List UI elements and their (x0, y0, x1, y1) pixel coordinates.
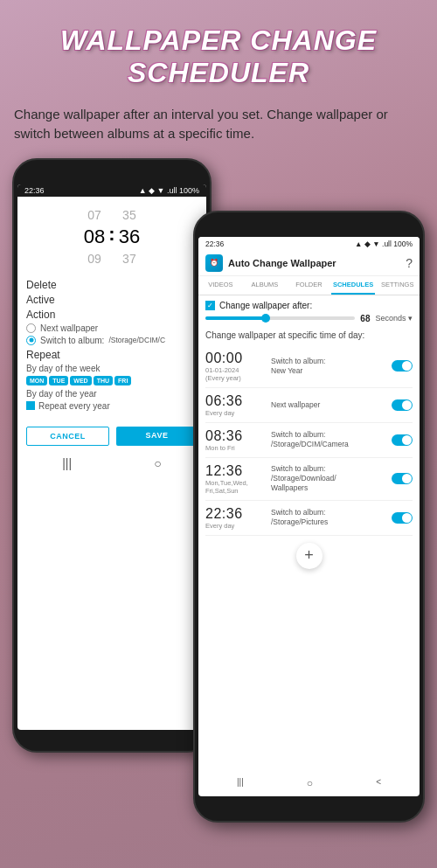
action-label: Action (26, 309, 198, 321)
cancel-button[interactable]: CANCEL (26, 427, 109, 446)
sched-date-1: 01-01-2024 (205, 366, 267, 374)
switch-album-row[interactable]: Switch to album: /Storage/DCIM/C (26, 336, 198, 345)
sched-time-1: 00:00 (205, 351, 267, 366)
sched-action-2: Next wallpaper (267, 400, 392, 410)
sched-time-2: 06:36 (205, 393, 267, 409)
slider-thumb[interactable] (261, 314, 270, 323)
hour-active: 08 (84, 225, 105, 249)
nav-home-left[interactable]: ○ (154, 456, 161, 470)
slider-unit: Seconds ▾ (375, 314, 413, 323)
nav-back-left[interactable]: ||| (62, 456, 72, 470)
album-path: /Storage/DCIM/C (108, 336, 165, 344)
time-separator: : (105, 223, 118, 246)
day-tue[interactable]: TUE (49, 376, 68, 385)
sched-action-5: Switch to album:/Storage/Pictures (267, 508, 392, 527)
sched-time-col-2: 06:36 Every day (205, 393, 267, 417)
min-col: 35 36 37 (119, 207, 140, 267)
phones-container: 22:36 ▲ ◆ ▼ .ull 100% 07 08 09 : 35 36 3… (0, 158, 437, 814)
tab-settings[interactable]: SETTINGS (375, 276, 420, 295)
min-prev: 35 (122, 207, 136, 223)
schedule-toggle-3[interactable] (392, 434, 413, 446)
day-mon[interactable]: MON (26, 376, 47, 385)
left-status-icons: ▲ ◆ ▼ .ull 100% (139, 186, 199, 195)
nav-home-right[interactable]: ○ (307, 777, 313, 789)
delete-label: Delete (26, 279, 198, 291)
min-next: 37 (122, 251, 136, 267)
right-content: ✓ Change wallpaper after: 68 Seconds ▾ C… (198, 295, 420, 781)
change-after-row: ✓ Change wallpaper after: (205, 301, 413, 310)
next-wallpaper-radio[interactable] (26, 323, 36, 333)
time-picker[interactable]: 07 08 09 : 35 36 37 (17, 197, 206, 274)
sched-action-3: Switch to album:/Storage/DCIM/Camera (267, 430, 392, 449)
nav-menu-right[interactable]: ||| (237, 777, 244, 789)
app-name: Auto Change Wallpaper (228, 258, 406, 268)
app-title: WALLPAPER CHANGE SCHEDULER (17, 24, 420, 89)
schedule-toggle-1[interactable] (392, 360, 413, 372)
slider-fill (205, 316, 266, 320)
sched-action-4: Switch to album:/Storage/Download/Wallpa… (267, 464, 392, 493)
schedule-toggle-5[interactable] (392, 512, 413, 524)
phone-right: 22:36 ▲ ◆ ▼ .ull 100% ⏰ Auto Change Wall… (193, 211, 425, 823)
sched-repeat-2: Every day (205, 409, 267, 417)
page-subtitle: Change wallpaper after an interval you s… (0, 98, 437, 158)
sched-time-col-4: 12:36 Mon,Tue,Wed,Fri,Sat,Sun (205, 463, 267, 495)
year-row[interactable]: Repeat every year (26, 401, 198, 411)
right-status-bar: 22:36 ▲ ◆ ▼ .ull 100% (198, 237, 420, 251)
schedule-item-2: 06:36 Every day Next wallpaper (205, 388, 413, 423)
next-wallpaper-text: Next wallpaper (40, 323, 98, 333)
sched-repeat-1: (Every year) (205, 374, 267, 382)
sched-repeat-5: Every day (205, 522, 267, 530)
sched-time-col-5: 22:36 Every day (205, 506, 267, 530)
repeat-year-label: Repeat every year (38, 401, 110, 411)
sched-repeat-3: Mon to Fri (205, 444, 267, 452)
schedule-item-3: 08:36 Mon to Fri Switch to album:/Storag… (205, 423, 413, 458)
next-wallpaper-row[interactable]: Next wallpaper (26, 323, 198, 333)
slider-value: 68 (360, 314, 370, 323)
schedule-toggle-2[interactable] (392, 399, 413, 411)
nav-back-right[interactable]: < (376, 777, 381, 789)
day-pills: MON TUE WED THU FRI (26, 376, 198, 385)
add-schedule-button[interactable]: + (296, 543, 323, 569)
switch-album-radio[interactable] (26, 336, 36, 345)
tab-albums[interactable]: ALBUMS (243, 276, 288, 295)
day-thu[interactable]: THU (94, 376, 113, 385)
title-area: WALLPAPER CHANGE SCHEDULER (0, 0, 437, 98)
sched-time-4: 12:36 (205, 463, 267, 479)
sched-time-3: 08:36 (205, 428, 267, 444)
right-screen: 22:36 ▲ ◆ ▼ .ull 100% ⏰ Auto Change Wall… (198, 237, 420, 796)
by-day-year-label: By day of the year (26, 389, 198, 399)
schedule-item-1: 00:00 01-01-2024 (Every year) Switch to … (205, 345, 413, 388)
left-content: Delete Active Action Next wallpaper Swit… (17, 274, 206, 416)
hour-col: 07 08 09 (84, 207, 105, 267)
slider-track[interactable] (205, 316, 355, 320)
sched-time-5: 22:36 (205, 506, 267, 522)
sched-time-col-1: 00:00 01-01-2024 (Every year) (205, 351, 267, 382)
day-wed[interactable]: WED (70, 376, 91, 385)
hour-prev: 07 (87, 207, 101, 223)
switch-album-text: Switch to album: (40, 336, 104, 345)
sched-action-1: Switch to album:New Year (267, 357, 392, 376)
tab-schedules[interactable]: SCHEDULES (331, 276, 376, 295)
schedule-item-4: 12:36 Mon,Tue,Wed,Fri,Sat,Sun Switch to … (205, 458, 413, 501)
schedule-toggle-4[interactable] (392, 473, 413, 484)
tab-folder[interactable]: FOLDER (287, 276, 331, 295)
change-after-label: Change wallpaper after: (219, 301, 312, 310)
left-time: 22:36 (24, 186, 45, 195)
slider-row[interactable]: 68 Seconds ▾ (205, 314, 413, 323)
right-time: 22:36 (205, 240, 224, 248)
active-label: Active (26, 294, 198, 306)
specific-time-label: Change wallpaper at specific time of day… (205, 330, 413, 340)
tab-videos[interactable]: VIDEOS (198, 276, 243, 295)
by-day-week-label: By day of the week (26, 364, 198, 373)
year-checkbox[interactable] (26, 401, 35, 410)
day-fri[interactable]: FRI (114, 376, 131, 385)
save-button[interactable]: SAVE (116, 427, 198, 446)
change-after-checkbox[interactable]: ✓ (205, 301, 215, 310)
right-nav-bar: ||| ○ < (202, 774, 416, 793)
schedule-item-5: 22:36 Every day Switch to album:/Storage… (205, 501, 413, 536)
sched-repeat-4: Mon,Tue,Wed,Fri,Sat,Sun (205, 479, 267, 495)
help-button[interactable]: ? (406, 256, 413, 270)
left-screen: 22:36 ▲ ◆ ▼ .ull 100% 07 08 09 : 35 36 3… (17, 184, 206, 730)
repeat-section: Repeat By day of the week MON TUE WED TH… (26, 349, 198, 411)
app-icon: ⏰ (205, 254, 223, 272)
